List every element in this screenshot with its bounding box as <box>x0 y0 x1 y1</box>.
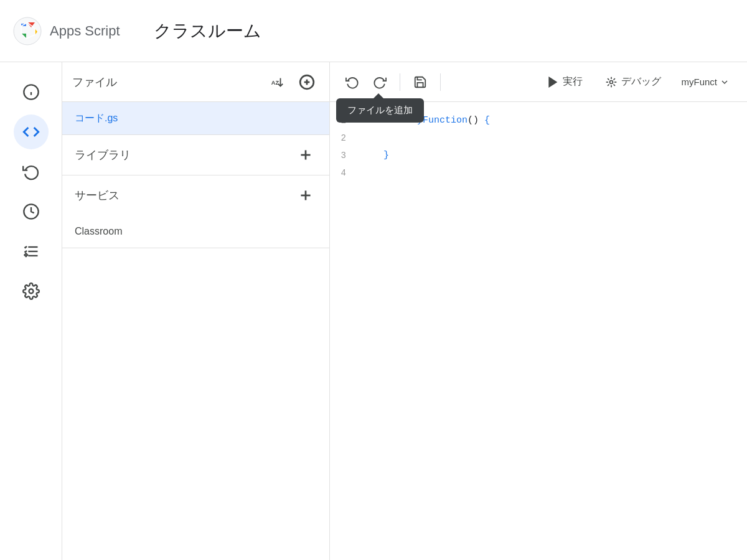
run-icon <box>547 76 559 88</box>
redo-icon <box>373 75 387 89</box>
svg-point-21 <box>610 80 613 83</box>
icon-nav <box>0 62 62 560</box>
svg-marker-9 <box>24 254 27 257</box>
editor-area: 実行 デバッグ myFunct <box>330 62 747 560</box>
code-editor[interactable]: 1 function myFunction() { 2 3 } 4 <box>330 102 747 560</box>
function-selector[interactable]: myFunct <box>674 72 737 92</box>
nav-item-trigger[interactable] <box>14 194 49 229</box>
add-file-button[interactable] <box>294 70 319 95</box>
line-content-3: } <box>361 147 747 164</box>
line-content-4 <box>361 164 747 182</box>
services-header: サービス <box>62 175 329 215</box>
trigger-icon <box>22 203 40 220</box>
info-icon <box>22 83 40 101</box>
svg-point-10 <box>29 289 33 294</box>
app-title-text: Apps Script <box>50 23 120 39</box>
undo-button[interactable] <box>340 70 365 95</box>
save-icon <box>413 75 427 89</box>
app-header: Apps Script クラスルーム <box>0 0 747 62</box>
file-item-name: コード.gs <box>75 112 118 125</box>
executions-icon <box>22 243 40 260</box>
gear-icon <box>22 282 40 300</box>
nav-item-history[interactable] <box>14 154 49 189</box>
add-library-button[interactable] <box>294 144 317 166</box>
services-label: サービス <box>75 188 294 203</box>
history-icon <box>22 163 40 180</box>
save-button[interactable] <box>408 70 433 95</box>
chevron-down-icon <box>720 77 730 87</box>
files-section: コード.gs <box>62 102 329 135</box>
line-content-2 <box>361 129 747 147</box>
nav-item-code[interactable] <box>14 114 49 149</box>
code-icon <box>22 123 40 141</box>
svg-marker-20 <box>550 77 557 86</box>
libraries-label: ライブラリ <box>75 147 294 162</box>
svg-text:AZ: AZ <box>271 79 280 85</box>
libraries-header: ライブラリ <box>62 135 329 175</box>
service-item-name: Classroom <box>75 226 122 237</box>
header-divider <box>130 22 144 40</box>
nav-item-executions[interactable] <box>14 234 49 269</box>
files-section-label: ファイル <box>72 75 260 90</box>
redo-button[interactable] <box>367 70 392 95</box>
code-line-3: 3 } <box>330 147 747 164</box>
project-title: クラスルーム <box>154 19 261 43</box>
toolbar-separator-2 <box>440 73 441 91</box>
toolbar-separator <box>400 73 400 91</box>
debug-label: デバッグ <box>621 75 661 88</box>
run-label: 実行 <box>563 75 583 88</box>
add-icon <box>299 74 315 90</box>
editor-toolbar: 実行 デバッグ myFunct <box>330 62 747 102</box>
add-service-button[interactable] <box>294 184 317 207</box>
logo-area: Apps Script <box>12 16 120 46</box>
debug-icon <box>605 76 618 88</box>
line-number-1: 1 <box>330 112 361 129</box>
line-number-2: 2 <box>330 129 361 147</box>
undo-icon <box>345 75 359 89</box>
nav-item-info[interactable] <box>14 75 49 110</box>
sidebar: ファイル AZ ファイルを追加 <box>62 62 330 560</box>
code-line-4: 4 <box>330 164 747 182</box>
run-button[interactable]: 実行 <box>537 70 593 93</box>
file-item-code-gs[interactable]: コード.gs <box>62 102 329 134</box>
line-number-3: 3 <box>330 147 361 164</box>
add-library-icon <box>298 147 314 163</box>
function-name: myFunct <box>681 77 717 87</box>
add-service-icon <box>298 187 314 203</box>
line-number-4: 4 <box>330 164 361 182</box>
code-line-2: 2 <box>330 129 747 147</box>
main-layout: ファイル AZ ファイルを追加 <box>0 62 747 560</box>
sort-az-button[interactable]: AZ <box>265 70 289 95</box>
nav-item-settings[interactable] <box>14 274 49 309</box>
service-item-classroom[interactable]: Classroom <box>62 215 329 248</box>
files-toolbar: ファイル AZ ファイルを追加 <box>62 62 329 102</box>
line-content-1: function myFunction() { <box>361 112 747 129</box>
debug-button[interactable]: デバッグ <box>595 70 671 93</box>
code-line-1: 1 function myFunction() { <box>330 112 747 129</box>
sort-az-icon: AZ <box>270 75 284 89</box>
libraries-section: ライブラリ <box>62 135 329 175</box>
services-section: サービス Classroom <box>62 175 329 248</box>
apps-script-logo <box>12 16 42 46</box>
svg-point-0 <box>14 17 41 45</box>
